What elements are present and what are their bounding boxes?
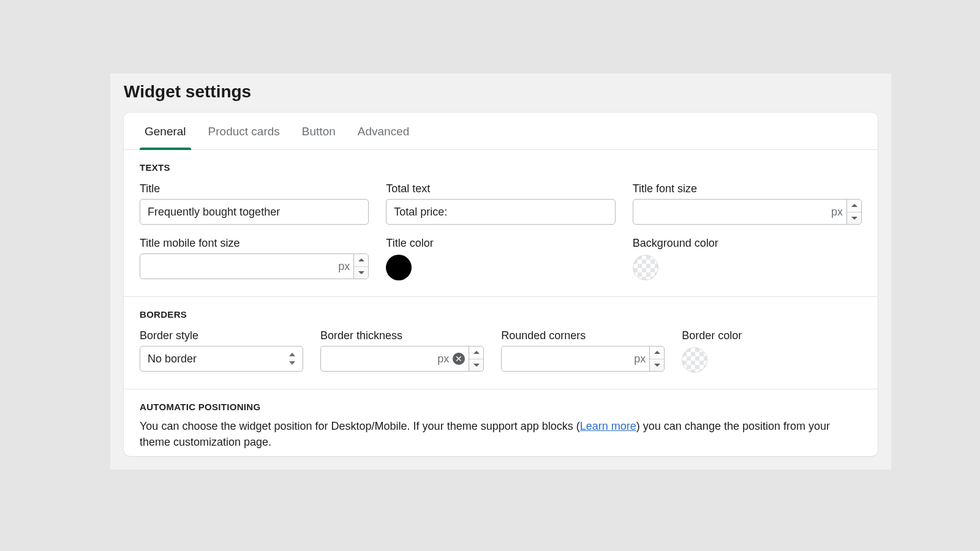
rounded-corners-stepper (649, 347, 664, 371)
section-borders: BORDERS Border style No border Border th… (124, 297, 878, 389)
stepper-up-icon[interactable] (354, 254, 368, 266)
title-font-size-stepper (846, 200, 861, 224)
automatic-positioning-description: You can choose the widget position for D… (140, 418, 862, 450)
section-texts: TEXTS Title Frequently bought together T… (124, 150, 878, 297)
section-automatic-positioning-heading: AUTOMATIC POSITIONING (140, 402, 862, 412)
section-automatic-positioning: AUTOMATIC POSITIONING You can choose the… (124, 389, 878, 456)
rounded-corners-label: Rounded corners (501, 329, 665, 342)
title-input[interactable]: Frequently bought together (140, 199, 369, 225)
title-input-value: Frequently bought together (148, 206, 280, 219)
border-thickness-input[interactable]: px ✕ (320, 346, 484, 372)
px-unit: px (634, 353, 649, 365)
title-label: Title (140, 182, 369, 195)
px-unit: px (338, 260, 353, 273)
px-unit: px (831, 206, 846, 219)
border-thickness-label: Border thickness (320, 329, 484, 342)
border-style-select[interactable]: No border (140, 346, 303, 372)
title-font-size-label: Title font size (633, 182, 862, 195)
stepper-up-icon[interactable] (847, 200, 861, 212)
page-title: Widget settings (110, 73, 891, 113)
title-font-size-input[interactable]: px (633, 199, 862, 225)
stepper-down-icon[interactable] (847, 212, 861, 225)
desc-text-prefix: You can choose the widget position for D… (140, 420, 580, 432)
title-mobile-font-size-label: Title mobile font size (140, 237, 369, 250)
section-texts-heading: TEXTS (140, 162, 862, 173)
background-color-label: Background color (633, 237, 862, 250)
stepper-down-icon[interactable] (354, 266, 368, 279)
title-mobile-font-size-input[interactable]: px (140, 253, 369, 279)
title-color-swatch[interactable] (386, 255, 412, 280)
select-updown-icon (289, 353, 296, 365)
tab-product-cards[interactable]: Product cards (197, 113, 291, 149)
stepper-up-icon[interactable] (469, 347, 483, 359)
title-mobile-font-size-stepper (353, 254, 368, 279)
total-text-input[interactable]: Total price: (386, 199, 615, 225)
stepper-up-icon[interactable] (650, 347, 664, 359)
tab-general[interactable]: General (134, 113, 197, 149)
title-color-label: Title color (386, 237, 615, 250)
settings-card: General Product cards Button Advanced TE… (124, 113, 878, 456)
tab-advanced[interactable]: Advanced (347, 113, 421, 149)
clear-icon[interactable]: ✕ (453, 353, 465, 365)
tab-button[interactable]: Button (291, 113, 347, 149)
tabs: General Product cards Button Advanced (124, 113, 878, 150)
stepper-down-icon[interactable] (469, 359, 483, 372)
total-text-input-value: Total price: (394, 206, 447, 219)
border-style-label: Border style (140, 329, 303, 342)
border-style-value: No border (148, 353, 197, 365)
border-thickness-stepper (469, 347, 483, 371)
border-color-swatch[interactable] (682, 347, 707, 373)
background-color-swatch[interactable] (633, 255, 658, 280)
total-text-label: Total text (386, 182, 615, 195)
border-color-label: Border color (682, 329, 862, 342)
learn-more-link[interactable]: Learn more (580, 420, 636, 432)
stepper-down-icon[interactable] (650, 359, 664, 372)
section-borders-heading: BORDERS (140, 309, 862, 320)
rounded-corners-input[interactable]: px (501, 346, 665, 372)
px-unit: px (437, 353, 453, 365)
